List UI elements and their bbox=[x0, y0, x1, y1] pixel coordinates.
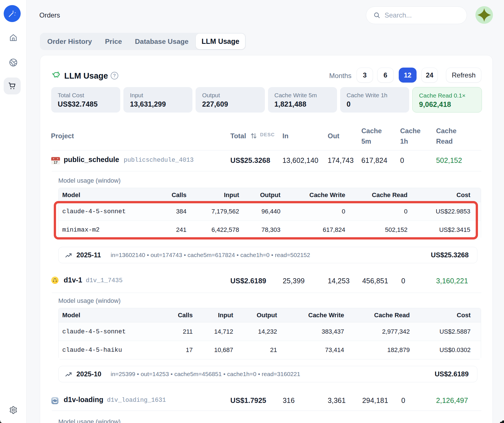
svg-text:17: 17 bbox=[54, 161, 58, 165]
